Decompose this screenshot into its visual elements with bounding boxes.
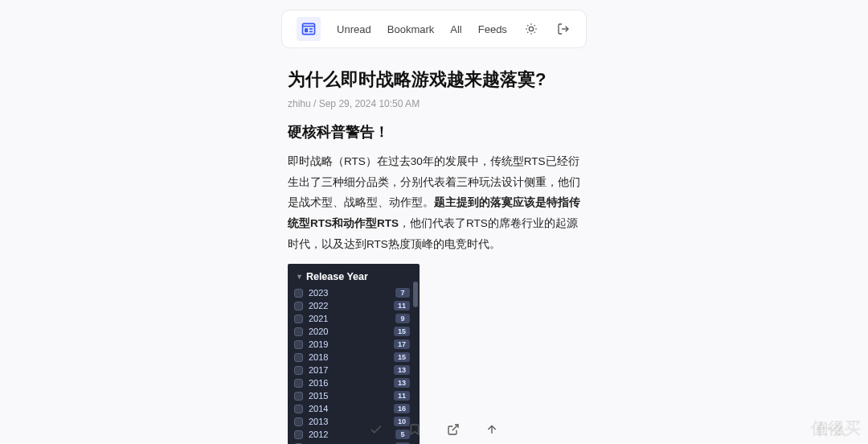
filter-year-label: 2021 bbox=[309, 314, 328, 323]
watermark: 什么 bbox=[817, 420, 845, 439]
article-body: 即时战略（RTS）在过去30年的发展中，传统型RTS已经衍生出了三种细分品类，分… bbox=[288, 151, 580, 444]
external-link-icon[interactable] bbox=[445, 421, 461, 438]
filter-count-badge: 15 bbox=[394, 352, 410, 362]
nav-feeds[interactable]: Feeds bbox=[478, 23, 507, 35]
filter-year-label: 2012 bbox=[309, 430, 328, 439]
filter-row[interactable]: 202211 bbox=[294, 299, 410, 312]
article-title: 为什么即时战略游戏越来越落寞? bbox=[288, 68, 580, 92]
nav-unread[interactable]: Unread bbox=[337, 23, 371, 35]
section-heading: 硬核科普警告！ bbox=[288, 122, 580, 142]
checkbox[interactable] bbox=[294, 353, 303, 362]
svg-rect-0 bbox=[303, 23, 315, 34]
feed-reader-icon[interactable] bbox=[297, 17, 321, 41]
filter-count-badge: 15 bbox=[394, 327, 410, 336]
filter-count-badge: 7 bbox=[395, 288, 410, 298]
checkbox[interactable] bbox=[294, 379, 303, 388]
filter-row[interactable]: 201310 bbox=[294, 415, 410, 428]
logout-icon[interactable] bbox=[555, 21, 571, 37]
filter-count-badge: 11 bbox=[394, 391, 410, 401]
filter-year-label: 2015 bbox=[309, 391, 328, 401]
checkbox[interactable] bbox=[294, 327, 303, 336]
paragraph: 即时战略（RTS）在过去30年的发展中，传统型RTS已经衍生出了三种细分品类，分… bbox=[288, 151, 580, 254]
svg-line-15 bbox=[452, 425, 458, 430]
filter-count-badge: 13 bbox=[394, 378, 410, 388]
svg-point-5 bbox=[529, 27, 533, 31]
filter-header[interactable]: Release Year bbox=[294, 269, 420, 286]
filter-year-label: 2013 bbox=[309, 417, 328, 426]
filter-year-label: 2019 bbox=[309, 339, 328, 349]
filter-rows: 2023720221120219202015201917201815201713… bbox=[294, 286, 420, 444]
checkbox[interactable] bbox=[294, 302, 303, 310]
svg-line-13 bbox=[534, 25, 535, 26]
article-container: 为什么即时战略游戏越来越落寞? zhihu / Sep 29, 2024 10:… bbox=[281, 68, 587, 444]
checkbox[interactable] bbox=[294, 340, 303, 349]
scrollbar-thumb[interactable] bbox=[413, 282, 418, 307]
svg-line-8 bbox=[527, 25, 528, 26]
filter-count-badge: 11 bbox=[394, 301, 410, 310]
filter-row[interactable]: 201613 bbox=[294, 376, 410, 389]
filter-row[interactable]: 20219 bbox=[294, 312, 410, 325]
top-toolbar: Unread Bookmark All Feeds bbox=[281, 10, 587, 48]
filter-count-badge: 9 bbox=[395, 314, 410, 323]
filter-row[interactable]: 20237 bbox=[294, 286, 410, 299]
checkbox[interactable] bbox=[294, 430, 303, 439]
svg-line-9 bbox=[534, 32, 535, 33]
checkbox[interactable] bbox=[294, 314, 303, 323]
filter-row[interactable]: 201511 bbox=[294, 389, 410, 402]
watermark: 值得买 bbox=[811, 417, 862, 439]
checkbox[interactable] bbox=[294, 392, 303, 401]
filter-count-badge: 17 bbox=[394, 339, 410, 349]
checkbox[interactable] bbox=[294, 405, 303, 413]
checkbox[interactable] bbox=[294, 366, 303, 375]
scrollbar-track[interactable] bbox=[413, 282, 418, 444]
release-year-filter-panel: Release Year 202372022112021920201520191… bbox=[288, 264, 420, 444]
filter-year-label: 2022 bbox=[309, 301, 328, 310]
svg-rect-1 bbox=[305, 28, 308, 32]
checkbox[interactable] bbox=[294, 417, 303, 426]
scroll-top-icon[interactable] bbox=[484, 421, 500, 438]
article-meta: zhihu / Sep 29, 2024 10:50 AM bbox=[288, 98, 580, 109]
filter-year-label: 2018 bbox=[309, 352, 328, 362]
filter-count-badge: 13 bbox=[394, 365, 410, 375]
nav-bookmark[interactable]: Bookmark bbox=[387, 23, 435, 35]
filter-row[interactable]: 201917 bbox=[294, 338, 410, 351]
filter-row[interactable]: 201713 bbox=[294, 364, 410, 376]
nav-all[interactable]: All bbox=[450, 23, 461, 35]
filter-year-label: 2023 bbox=[309, 288, 328, 298]
checkbox[interactable] bbox=[294, 289, 303, 298]
filter-row[interactable]: 202015 bbox=[294, 325, 410, 338]
svg-line-12 bbox=[527, 32, 528, 33]
filter-row[interactable]: 201416 bbox=[294, 402, 410, 415]
filter-year-label: 2017 bbox=[309, 365, 328, 375]
filter-year-label: 2016 bbox=[309, 378, 328, 388]
filter-row[interactable]: 20118 bbox=[294, 441, 410, 444]
filter-row[interactable]: 20125 bbox=[294, 428, 410, 441]
filter-year-label: 2020 bbox=[309, 327, 328, 336]
theme-toggle-icon[interactable] bbox=[523, 21, 539, 37]
filter-year-label: 2014 bbox=[309, 404, 328, 413]
filter-count-badge: 16 bbox=[394, 404, 410, 413]
check-icon[interactable] bbox=[368, 421, 384, 438]
filter-row[interactable]: 201815 bbox=[294, 351, 410, 364]
bookmark-icon[interactable] bbox=[407, 421, 423, 438]
